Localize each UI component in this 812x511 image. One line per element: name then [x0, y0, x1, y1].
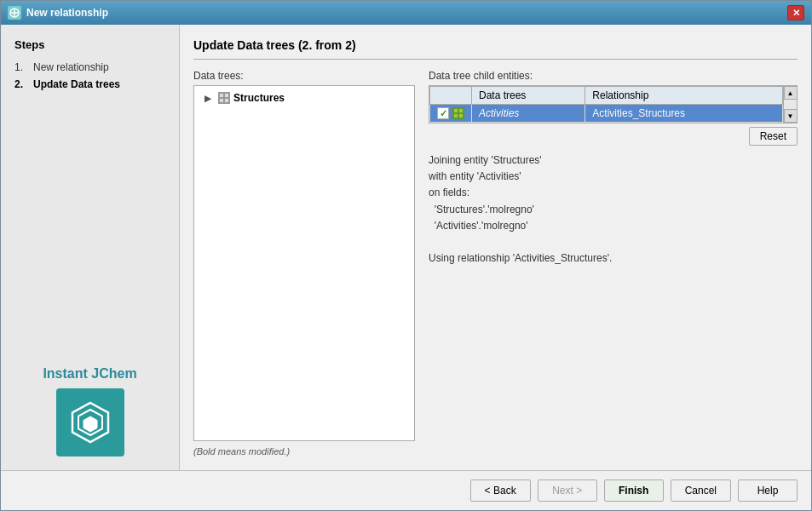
left-panel: Data trees: ▶ Structures (Bold means mod… [193, 70, 415, 456]
scroll-up-button[interactable]: ▲ [784, 86, 798, 100]
finish-button[interactable]: Finish [604, 479, 664, 502]
entity-grid-icon [452, 107, 464, 119]
structures-label: Structures [233, 92, 285, 104]
data-table-wrapper: Data trees Relationship [429, 85, 784, 123]
checkbox-container: ✓ [437, 107, 464, 119]
info-line-6 [429, 234, 798, 250]
svg-marker-5 [84, 416, 97, 432]
info-line-1: Joining entity 'Structures' [429, 152, 798, 169]
title-bar: New relationship ✕ [1, 1, 811, 25]
next-button[interactable]: Next > [538, 479, 597, 502]
right-panel-controls: Reset [429, 127, 798, 146]
info-line-7: Using relationship 'Activities_Structure… [429, 250, 798, 267]
child-entities-table: Data trees Relationship [429, 86, 783, 123]
reset-button[interactable]: Reset [749, 127, 798, 146]
data-trees-box[interactable]: ▶ Structures [193, 85, 415, 441]
step-2-label: Update Data trees [33, 78, 120, 90]
col-relationship: Relationship [585, 87, 783, 105]
main-content: Update Data trees (2. from 2) Data trees… [180, 25, 811, 470]
info-line-5: 'Activities'.'molregno' [429, 218, 798, 234]
content-area: Steps 1. New relationship 2. Update Data… [1, 25, 811, 470]
info-line-4: 'Structures'.'molregno' [429, 202, 798, 218]
back-button[interactable]: < Back [470, 479, 531, 502]
window-icon [8, 6, 21, 20]
help-button[interactable]: Help [738, 479, 798, 502]
sidebar-brand: Instant JChem [14, 366, 165, 456]
entity-name: Activities [479, 107, 519, 119]
right-panel-label: Data tree child entities: [429, 70, 798, 82]
close-button[interactable]: ✕ [787, 5, 804, 20]
table-container: Data trees Relationship [429, 85, 798, 123]
checkmark: ✓ [440, 108, 447, 119]
info-line-2: with entity 'Activities' [429, 169, 798, 185]
right-panel: Data tree child entities: Data trees Rel… [429, 70, 798, 456]
step-2: 2. Update Data trees [14, 78, 165, 90]
bold-note: (Bold means modified.) [193, 446, 415, 456]
step-1-label: New relationship [33, 61, 109, 73]
col-datatrees-label: Data trees [472, 87, 585, 105]
checkbox-checked[interactable]: ✓ [437, 107, 449, 119]
step-2-num: 2. [14, 78, 28, 90]
brand-name: Instant JChem [14, 366, 165, 382]
checkbox-cell[interactable]: ✓ [430, 105, 472, 123]
sidebar: Steps 1. New relationship 2. Update Data… [1, 25, 180, 470]
sidebar-title: Steps [14, 38, 165, 51]
structures-table-icon [218, 92, 230, 104]
main-title: Update Data trees (2. from 2) [193, 38, 798, 60]
bottom-bar: < Back Next > Finish Cancel Help [1, 470, 811, 510]
title-bar-left: New relationship [8, 6, 108, 20]
cancel-button[interactable]: Cancel [671, 479, 731, 502]
step-1-num: 1. [14, 61, 28, 73]
scroll-down-button[interactable]: ▼ [784, 109, 798, 123]
col-datatrees [430, 87, 472, 105]
panels: Data trees: ▶ Structures (Bold means mod… [193, 70, 798, 456]
main-window: New relationship ✕ Steps 1. New relation… [0, 0, 812, 511]
table-scrollbar[interactable]: ▲ ▼ [784, 85, 798, 123]
relationship-name-cell: Activities_Structures [585, 105, 783, 123]
brand-logo [56, 388, 124, 456]
info-text: Joining entity 'Structures' with entity … [429, 152, 798, 267]
left-panel-label: Data trees: [193, 70, 415, 82]
info-line-3: on fields: [429, 185, 798, 201]
tree-expand-icon: ▶ [201, 91, 215, 105]
tree-item-structures[interactable]: ▶ Structures [198, 89, 411, 106]
step-1: 1. New relationship [14, 61, 165, 73]
window-title: New relationship [26, 7, 108, 19]
scroll-track [784, 100, 797, 109]
entity-name-cell: Activities [472, 105, 585, 123]
table-row[interactable]: ✓ Activities A [430, 105, 783, 123]
